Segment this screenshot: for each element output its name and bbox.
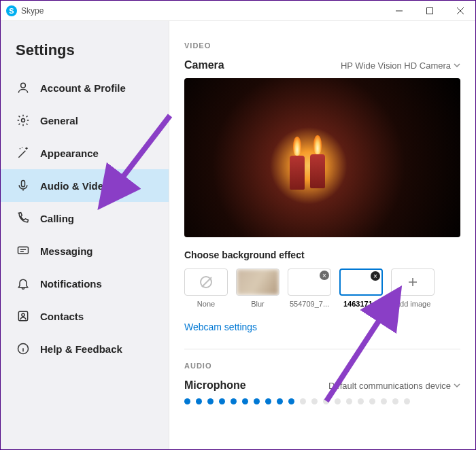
sidebar-item-label: Calling <box>40 213 74 224</box>
sidebar-item-label: Messaging <box>40 245 93 257</box>
bell-icon <box>16 277 31 290</box>
sidebar-item-label: Account & Profile <box>40 82 126 94</box>
effect-label: 554709_7... <box>290 300 329 308</box>
level-dot <box>254 398 260 404</box>
chevron-down-icon <box>454 62 460 69</box>
effect-label: Blur <box>251 300 265 308</box>
effect-add-image[interactable]: Add image <box>391 269 435 308</box>
level-dot <box>207 398 214 404</box>
level-dot <box>196 398 202 404</box>
svg-point-5 <box>22 119 25 122</box>
background-effect-label: Choose background effect <box>184 249 460 260</box>
camera-value: HP Wide Vision HD Camera <box>341 60 451 71</box>
sidebar-item-label: General <box>40 115 78 126</box>
level-dot <box>381 398 387 404</box>
remove-icon[interactable]: × <box>320 271 329 280</box>
svg-rect-7 <box>18 247 29 254</box>
sidebar-item-contacts[interactable]: Contacts <box>1 300 169 332</box>
close-button[interactable] <box>445 1 475 21</box>
sidebar-item-label: Notifications <box>40 278 102 290</box>
camera-title: Camera <box>184 59 224 71</box>
remove-icon[interactable]: × <box>371 271 380 281</box>
svg-rect-1 <box>426 7 432 14</box>
camera-dropdown[interactable]: HP Wide Vision HD Camera <box>341 60 460 71</box>
maximize-button[interactable] <box>414 1 445 21</box>
level-dot <box>323 398 329 404</box>
svg-point-9 <box>22 313 24 316</box>
minimize-button[interactable] <box>384 1 414 21</box>
phone-icon <box>16 211 31 225</box>
level-dot <box>404 398 410 404</box>
svg-point-4 <box>21 83 26 88</box>
level-dot <box>231 398 237 404</box>
skype-logo-icon: S <box>6 5 17 16</box>
sidebar-item-label: Help & Feedback <box>40 343 122 355</box>
plus-icon <box>407 277 418 288</box>
svg-rect-6 <box>22 181 25 187</box>
none-icon <box>200 276 212 288</box>
microphone-value: Default communications device <box>328 381 451 391</box>
sidebar-item-label: Appearance <box>40 148 99 159</box>
app-name: Skype <box>21 6 384 16</box>
sidebar-item-label: Audio & Video <box>40 180 109 192</box>
settings-sidebar: Settings Account & Profile General Appea… <box>1 21 169 450</box>
camera-preview <box>184 78 460 237</box>
info-icon <box>16 342 31 356</box>
level-dot <box>242 398 248 404</box>
level-dot <box>311 398 318 404</box>
effect-label: Add image <box>395 300 431 308</box>
sidebar-item-calling[interactable]: Calling <box>1 202 169 235</box>
sidebar-item-messaging[interactable]: Messaging <box>1 235 169 267</box>
effect-none[interactable]: None <box>184 269 228 308</box>
sidebar-item-help[interactable]: Help & Feedback <box>1 332 169 365</box>
level-dot <box>300 398 306 404</box>
level-dot <box>358 398 364 404</box>
level-dot <box>288 398 294 404</box>
sidebar-item-account[interactable]: Account & Profile <box>1 71 169 104</box>
divider <box>184 349 460 349</box>
level-dot <box>277 398 283 404</box>
sidebar-item-label: Contacts <box>40 311 84 322</box>
wand-icon <box>16 146 31 160</box>
microphone-dropdown[interactable]: Default communications device <box>328 381 460 391</box>
effect-label: 1463171... <box>343 300 379 308</box>
microphone-level-meter <box>184 398 460 404</box>
chevron-down-icon <box>454 382 460 389</box>
sidebar-item-notifications[interactable]: Notifications <box>1 267 169 300</box>
level-dot <box>369 398 375 404</box>
background-effect-list: None Blur × 554709_7... × 1463171... Add… <box>184 269 460 308</box>
audio-section-label: AUDIO <box>184 362 460 370</box>
level-dot <box>184 398 190 404</box>
titlebar: S Skype <box>1 1 475 21</box>
effect-blur[interactable]: Blur <box>236 269 279 308</box>
video-section-label: VIDEO <box>184 41 460 50</box>
settings-content: VIDEO Camera HP Wide Vision HD Camera Ch… <box>169 21 475 450</box>
webcam-settings-link[interactable]: Webcam settings <box>184 322 257 332</box>
level-dot <box>219 398 225 404</box>
sidebar-item-general[interactable]: General <box>1 104 169 137</box>
sidebar-item-appearance[interactable]: Appearance <box>1 137 169 169</box>
level-dot <box>265 398 271 404</box>
effect-label: None <box>197 300 215 308</box>
contacts-icon <box>16 309 31 323</box>
microphone-icon <box>16 179 31 192</box>
effect-custom-2[interactable]: × 1463171... <box>339 269 383 308</box>
gear-icon <box>16 114 31 127</box>
message-icon <box>16 244 31 258</box>
level-dot <box>346 398 352 404</box>
level-dot <box>392 398 398 404</box>
microphone-title: Microphone <box>184 379 246 392</box>
settings-title: Settings <box>1 41 169 71</box>
person-icon <box>16 81 31 94</box>
effect-custom-1[interactable]: × 554709_7... <box>288 269 331 308</box>
level-dot <box>335 398 341 404</box>
sidebar-item-audio-video[interactable]: Audio & Video <box>1 169 169 202</box>
